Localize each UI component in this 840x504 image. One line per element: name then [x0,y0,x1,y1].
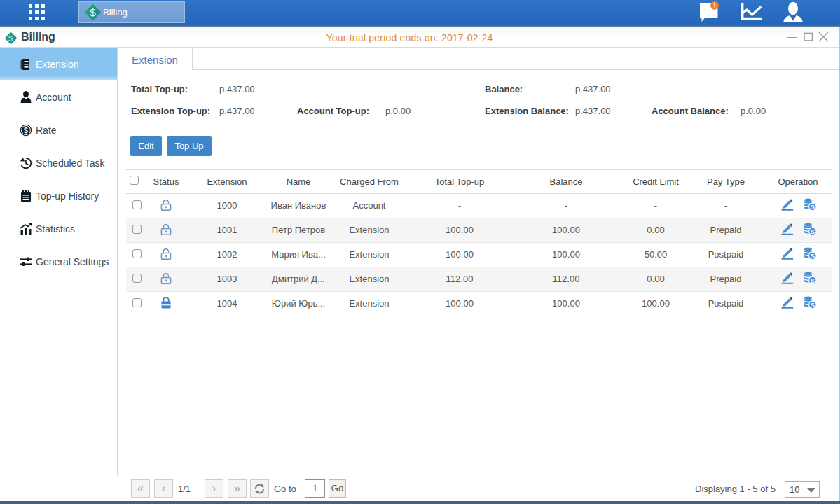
svg-text:$: $ [90,6,96,18]
svg-text:S: S [811,228,815,235]
svg-text:!: ! [713,2,715,10]
svg-text:S: S [811,204,815,211]
svg-text:S: S [811,253,815,260]
svg-text:S: S [811,302,815,309]
svg-text:$: $ [24,125,28,134]
svg-text:S: S [811,277,815,284]
